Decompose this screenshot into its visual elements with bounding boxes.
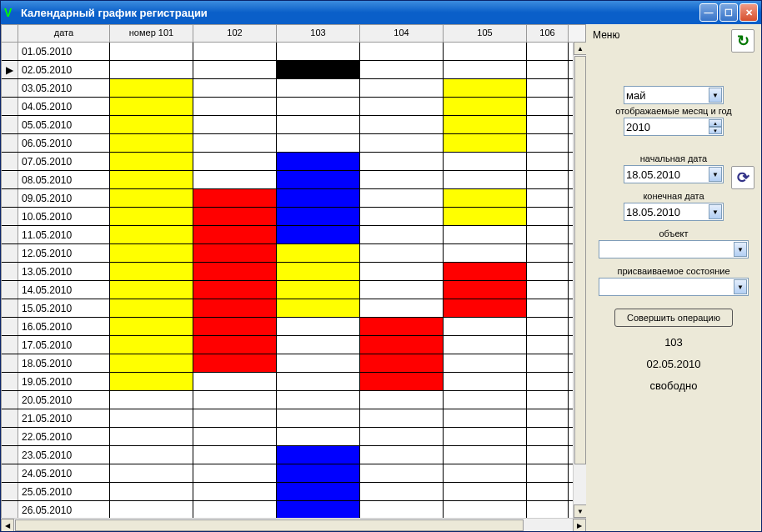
- room-cell[interactable]: [444, 501, 527, 519]
- room-cell[interactable]: [527, 373, 569, 390]
- room-cell[interactable]: [277, 61, 360, 78]
- room-cell[interactable]: [110, 61, 193, 78]
- room-cell[interactable]: [277, 43, 360, 60]
- object-select[interactable]: ▼: [599, 240, 749, 258]
- room-cell[interactable]: [444, 483, 527, 500]
- room-cell[interactable]: [444, 226, 527, 243]
- room-cell[interactable]: [360, 43, 444, 60]
- room-cell[interactable]: [110, 409, 193, 427]
- table-row[interactable]: 04.05.2010: [2, 98, 585, 116]
- room-cell[interactable]: [277, 98, 360, 115]
- scroll-thumb-h[interactable]: [15, 519, 524, 531]
- header-room-102[interactable]: 102: [193, 25, 277, 42]
- room-cell[interactable]: [527, 299, 569, 317]
- state-select[interactable]: ▼: [599, 278, 749, 296]
- header-room-101[interactable]: номер 101: [110, 25, 193, 42]
- room-cell[interactable]: [527, 281, 569, 299]
- date-cell[interactable]: 02.05.2010: [18, 61, 110, 78]
- room-cell[interactable]: [193, 446, 277, 464]
- table-row[interactable]: 01.05.2010: [2, 43, 585, 61]
- date-cell[interactable]: 20.05.2010: [18, 391, 110, 409]
- table-row[interactable]: 14.05.2010: [2, 281, 585, 299]
- room-cell[interactable]: [193, 226, 277, 243]
- date-cell[interactable]: 19.05.2010: [18, 373, 110, 390]
- room-cell[interactable]: [444, 391, 527, 409]
- month-select[interactable]: май ▼: [624, 86, 724, 104]
- date-cell[interactable]: 10.05.2010: [18, 208, 110, 225]
- room-cell[interactable]: [360, 428, 444, 445]
- date-cell[interactable]: 13.05.2010: [18, 263, 110, 280]
- room-cell[interactable]: [277, 336, 360, 354]
- room-cell[interactable]: [193, 43, 277, 60]
- date-cell[interactable]: 11.05.2010: [18, 226, 110, 243]
- room-cell[interactable]: [193, 373, 277, 390]
- date-cell[interactable]: 17.05.2010: [18, 336, 110, 354]
- room-cell[interactable]: [527, 43, 569, 60]
- room-cell[interactable]: [193, 391, 277, 409]
- room-cell[interactable]: [527, 116, 569, 133]
- room-cell[interactable]: [444, 446, 527, 464]
- room-cell[interactable]: [193, 354, 277, 372]
- room-cell[interactable]: [444, 79, 527, 97]
- room-cell[interactable]: [110, 373, 193, 390]
- room-cell[interactable]: [193, 428, 277, 445]
- room-cell[interactable]: [444, 428, 527, 445]
- table-row[interactable]: 05.05.2010: [2, 116, 585, 134]
- room-cell[interactable]: [527, 483, 569, 500]
- date-cell[interactable]: 26.05.2010: [18, 501, 110, 519]
- date-cell[interactable]: 24.05.2010: [18, 464, 110, 482]
- room-cell[interactable]: [277, 281, 360, 299]
- room-cell[interactable]: [527, 61, 569, 78]
- room-cell[interactable]: [527, 446, 569, 464]
- room-cell[interactable]: [527, 98, 569, 115]
- room-cell[interactable]: [527, 134, 569, 152]
- table-row[interactable]: 25.05.2010: [2, 483, 585, 501]
- room-cell[interactable]: [444, 318, 527, 335]
- room-cell[interactable]: [277, 409, 360, 427]
- room-cell[interactable]: [277, 391, 360, 409]
- room-cell[interactable]: [360, 61, 444, 78]
- room-cell[interactable]: [277, 464, 360, 482]
- room-cell[interactable]: [360, 208, 444, 225]
- room-cell[interactable]: [277, 501, 360, 519]
- room-cell[interactable]: [527, 189, 569, 207]
- room-cell[interactable]: [360, 354, 444, 372]
- table-row[interactable]: 21.05.2010: [2, 409, 585, 428]
- room-cell[interactable]: [360, 79, 444, 97]
- room-cell[interactable]: [110, 208, 193, 225]
- room-cell[interactable]: [193, 263, 277, 280]
- room-cell[interactable]: [277, 354, 360, 372]
- room-cell[interactable]: [360, 483, 444, 500]
- room-cell[interactable]: [444, 189, 527, 207]
- room-cell[interactable]: [193, 116, 277, 133]
- room-cell[interactable]: [527, 208, 569, 225]
- room-cell[interactable]: [360, 226, 444, 243]
- room-cell[interactable]: [527, 391, 569, 409]
- maximize-button[interactable]: ☐: [719, 3, 738, 22]
- table-row[interactable]: 13.05.2010: [2, 263, 585, 281]
- table-row[interactable]: 26.05.2010: [2, 501, 585, 519]
- room-cell[interactable]: [110, 171, 193, 188]
- room-cell[interactable]: [277, 171, 360, 188]
- room-cell[interactable]: [360, 281, 444, 299]
- room-cell[interactable]: [110, 189, 193, 207]
- room-cell[interactable]: [110, 134, 193, 152]
- room-cell[interactable]: [527, 79, 569, 97]
- room-cell[interactable]: [444, 281, 527, 299]
- room-cell[interactable]: [110, 428, 193, 445]
- room-cell[interactable]: [110, 244, 193, 262]
- room-cell[interactable]: [277, 483, 360, 500]
- room-cell[interactable]: [444, 464, 527, 482]
- room-cell[interactable]: [193, 281, 277, 299]
- room-cell[interactable]: [360, 171, 444, 188]
- scroll-right-button[interactable]: ▶: [573, 519, 586, 531]
- date-cell[interactable]: 08.05.2010: [18, 171, 110, 188]
- vertical-scrollbar[interactable]: ▲ ▼: [573, 42, 586, 518]
- scroll-down-button[interactable]: ▼: [574, 504, 586, 518]
- room-cell[interactable]: [444, 153, 527, 170]
- minimize-button[interactable]: —: [699, 3, 718, 22]
- room-cell[interactable]: [527, 263, 569, 280]
- table-row[interactable]: 23.05.2010: [2, 446, 585, 464]
- horizontal-scrollbar[interactable]: ◀ ▶: [1, 518, 586, 531]
- date-cell[interactable]: 25.05.2010: [18, 483, 110, 500]
